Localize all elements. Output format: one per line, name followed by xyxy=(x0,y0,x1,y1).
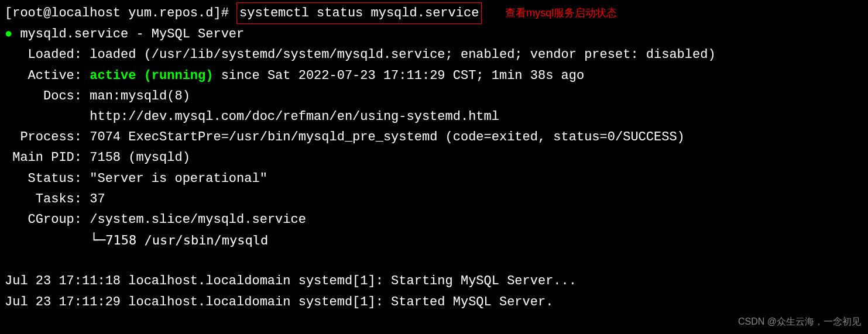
active-since: since Sat 2022-07-23 17:11:29 CST; 1min … xyxy=(221,68,585,83)
loaded-line: Loaded: loaded (/usr/lib/systemd/system/… xyxy=(5,44,863,65)
main-pid-line: Main PID: 7158 (mysqld) xyxy=(5,147,863,168)
process-label: Process: xyxy=(5,130,82,144)
status-line: Status: "Server is operational" xyxy=(5,168,863,189)
status-value: "Server is operational" xyxy=(90,171,267,186)
docs-line1: Docs: man:mysqld(8) xyxy=(5,86,863,106)
main-pid-label: Main PID: xyxy=(5,150,82,165)
docs-line2: http://dev.mysql.com/doc/refman/en/using… xyxy=(5,106,863,127)
cgroup-label: CGroup: xyxy=(5,212,82,227)
process-value: 7074 ExecStartPre=/usr/bin/mysqld_pre_sy… xyxy=(90,130,685,144)
cgroup-tree-line: └─7158 /usr/sbin/mysqld xyxy=(5,230,863,250)
annotation-text: 查看mysql服务启动状态 xyxy=(505,7,617,19)
status-label: Status: xyxy=(5,171,82,186)
command-text[interactable]: systemctl status mysqld.service xyxy=(239,6,479,20)
tasks-label: Tasks: xyxy=(5,192,82,206)
active-line: Active: active (running) since Sat 2022-… xyxy=(5,66,863,86)
loaded-label: Loaded: xyxy=(5,47,82,62)
docs-label: Docs: xyxy=(5,89,82,104)
blank-line xyxy=(5,250,863,271)
service-header: mysqld.service - MySQL Server xyxy=(20,27,244,42)
watermark-text: CSDN @众生云海，一念初见 xyxy=(738,314,861,329)
cgroup-line: CGroup: /system.slice/mysqld.service xyxy=(5,209,863,230)
process-line: Process: 7074 ExecStartPre=/usr/bin/mysq… xyxy=(5,127,863,147)
journal-line2: Jul 23 17:11:29 localhost.localdomain sy… xyxy=(5,292,863,312)
shell-prompt: [root@localhost yum.repos.d]# xyxy=(5,6,229,20)
docs-value1: man:mysqld(8) xyxy=(90,89,190,104)
tasks-value: 37 xyxy=(90,192,105,206)
active-status: active (running) xyxy=(90,68,213,83)
loaded-value: loaded (/usr/lib/systemd/system/mysqld.s… xyxy=(90,47,715,62)
status-bullet-icon: ● xyxy=(5,27,12,42)
journal-line1: Jul 23 17:11:18 localhost.localdomain sy… xyxy=(5,271,863,291)
main-pid-value: 7158 (mysqld) xyxy=(90,150,190,165)
tasks-line: Tasks: 37 xyxy=(5,189,863,209)
command-highlight-box: systemctl status mysqld.service xyxy=(236,2,482,24)
cgroup-value: /system.slice/mysqld.service xyxy=(90,212,306,227)
prompt-line: [root@localhost yum.repos.d]# systemctl … xyxy=(5,2,863,24)
active-label: Active: xyxy=(5,68,82,83)
service-header-line: ● mysqld.service - MySQL Server xyxy=(5,24,863,44)
